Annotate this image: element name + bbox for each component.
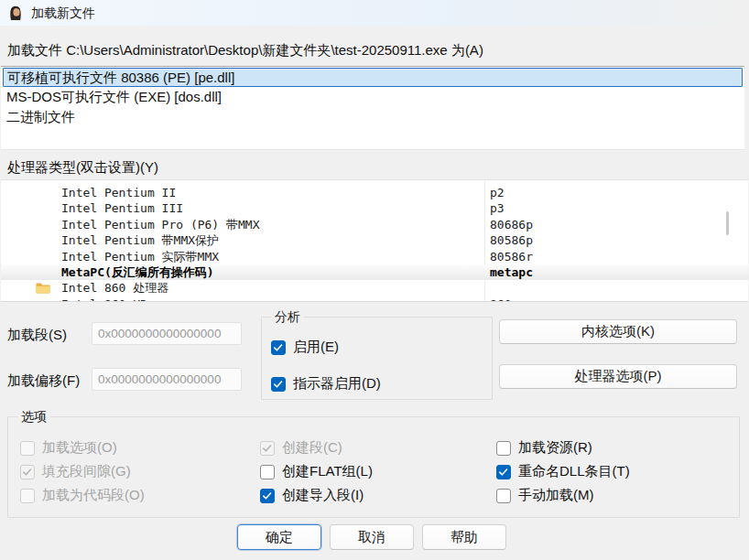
load-resources-label: 加载资源(R) — [518, 439, 592, 457]
manual-load-checkbox[interactable] — [496, 489, 511, 503]
processor-row-clipped[interactable]: Intel 860 XR 860xr — [1, 296, 748, 302]
vertical-scrollbar[interactable] — [726, 211, 729, 235]
window-title: 加载新文件 — [31, 5, 95, 22]
create-imports-segment-checkbox[interactable] — [260, 489, 275, 503]
load-offset-input[interactable] — [92, 368, 242, 391]
processor-row[interactable]: Intel Pentium III p3 — [1, 200, 748, 216]
analysis-enable-checkbox[interactable] — [271, 340, 286, 355]
options-group-title: 选项 — [17, 409, 50, 425]
create-flat-group-label: 创建FLAT组(L) — [282, 463, 373, 480]
fill-segment-gaps-checkbox[interactable] — [20, 465, 35, 479]
load-options-label: 加载选项(O) — [42, 439, 117, 457]
processor-row[interactable]: Intel Pentium 实际带MMX 80586r — [1, 249, 748, 264]
file-path-label: 加载文件 C:\Users\Administrator\Desktop\新建文件… — [7, 42, 483, 59]
processor-type-label: 处理器类型(双击设置)(Y) — [7, 159, 158, 177]
rename-dll-entries-label: 重命名DLL条目(T) — [518, 463, 630, 480]
cancel-button[interactable]: 取消 — [330, 524, 414, 550]
analysis-enable-label: 启用(E) — [293, 339, 339, 356]
processor-row-folder[interactable]: Intel 860 处理器 — [1, 280, 748, 296]
load-options-checkbox[interactable] — [20, 441, 35, 456]
load-resources-checkbox[interactable] — [496, 441, 511, 456]
processor-row-selected[interactable]: MetaPC(反汇编所有操作码) metapc — [1, 264, 748, 280]
load-offset-label: 加载偏移(F) — [7, 372, 80, 390]
create-imports-segment-label: 创建导入段(I) — [282, 487, 364, 504]
loader-item-dos[interactable]: MS-DOS可执行文件 (EXE) [dos.dll] — [1, 87, 744, 107]
processor-row[interactable]: Intel Pentium 带MMX保护 80586p — [1, 232, 748, 248]
processor-row[interactable]: Intel Pentium Pro (P6) 带MMX 80686p — [1, 217, 748, 232]
processor-options-button[interactable]: 处理器选项(P) — [499, 364, 737, 389]
analysis-group-title: 分析 — [271, 309, 304, 326]
loader-type-listbox[interactable]: 可移植可执行文件 80386 (PE) [pe.dll] MS-DOS可执行文件… — [1, 66, 744, 150]
ok-button[interactable]: 确定 — [237, 524, 321, 550]
processor-listbox[interactable]: Intel Pentium II p2 Intel Pentium III p3… — [1, 179, 748, 302]
options-groupbox: 选项 加载选项(O) 填充段间隙(G) 加载为代码段(O) 创建段(C) 创建F… — [7, 416, 740, 518]
loader-item-binary[interactable]: 二进制文件 — [1, 107, 744, 127]
manual-load-label: 手动加载(M) — [518, 487, 594, 504]
titlebar: 加载新文件 — [0, 0, 749, 26]
create-segments-checkbox[interactable] — [260, 441, 275, 456]
processor-row[interactable]: Intel Pentium II p2 — [1, 185, 748, 200]
load-as-code-segment-label: 加载为代码段(O) — [42, 487, 145, 504]
help-button[interactable]: 帮助 — [422, 524, 506, 550]
rename-dll-entries-checkbox[interactable] — [496, 465, 511, 479]
kernel-options-button[interactable]: 内核选项(K) — [499, 319, 737, 344]
fill-segment-gaps-label: 填充段间隙(G) — [42, 463, 131, 480]
indicator-enable-checkbox[interactable] — [271, 377, 286, 392]
ida-app-icon — [7, 5, 24, 21]
folder-icon — [36, 282, 50, 294]
load-new-file-dialog: 加载新文件 加载文件 C:\Users\Administrator\Deskto… — [0, 0, 749, 560]
create-segments-label: 创建段(C) — [282, 439, 342, 457]
loader-item-pe[interactable]: 可移植可执行文件 80386 (PE) [pe.dll] — [3, 68, 743, 87]
load-segment-input[interactable] — [92, 322, 242, 345]
load-as-code-segment-checkbox[interactable] — [20, 489, 35, 503]
load-segment-label: 加载段(S) — [7, 327, 67, 344]
indicator-enable-label: 指示器启用(D) — [293, 375, 381, 393]
create-flat-group-checkbox[interactable] — [260, 465, 275, 479]
analysis-groupbox: 分析 启用(E) 指示器启用(D) — [261, 317, 493, 400]
